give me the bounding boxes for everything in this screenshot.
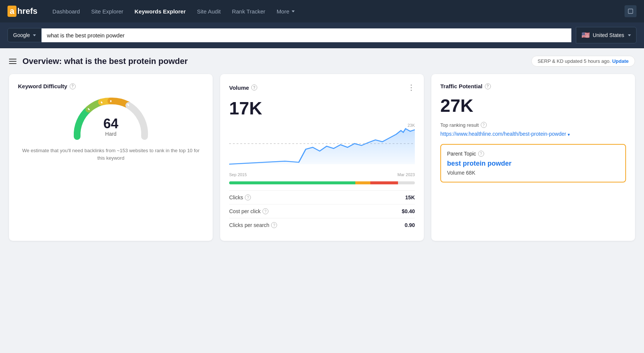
- update-link[interactable]: Update: [612, 58, 629, 64]
- engine-label: Google: [13, 32, 30, 38]
- gauge-wrap: 64 Hard: [18, 95, 204, 144]
- gauge-chart: 64 Hard: [70, 95, 152, 144]
- cps-label: Clicks per search: [229, 222, 269, 228]
- page-header: Overview: what is the best protein powde…: [9, 56, 635, 67]
- progress-green: [229, 181, 355, 184]
- country-selector[interactable]: 🇺🇸 United States: [576, 27, 637, 43]
- search-input[interactable]: [42, 28, 571, 42]
- svg-rect-0: [628, 9, 633, 13]
- parent-topic-box: Parent Topic ? best protein powder Volum…: [440, 144, 626, 182]
- nav-site-audit[interactable]: Site Audit: [197, 8, 221, 15]
- chart-date-start: Sep 2015: [229, 172, 247, 177]
- parent-topic-label: Parent Topic ?: [447, 151, 619, 157]
- logo[interactable]: a hrefs: [7, 6, 37, 17]
- chart-max-label: 23K: [407, 123, 415, 128]
- volume-card: Volume ? ⋮ 17K 23K: [220, 74, 424, 241]
- clicks-value: 15K: [405, 194, 415, 200]
- cps-value: 0.90: [405, 222, 415, 228]
- parent-topic-help-icon[interactable]: ?: [478, 151, 484, 157]
- cpc-label: Cost per click: [229, 208, 261, 214]
- search-engine-dropdown[interactable]: Google: [7, 28, 42, 42]
- update-text: SERP & KD updated 5 hours ago.: [538, 58, 611, 64]
- top-ranking-label: Top ranking result ?: [440, 122, 626, 128]
- traffic-label: Traffic Potential ?: [440, 83, 626, 89]
- parent-topic-volume: Volume 68K: [447, 170, 619, 176]
- kd-description: We estimate that you'll need backlinks f…: [18, 147, 204, 162]
- country-chevron-icon: [628, 34, 631, 36]
- logo-hrefs: hrefs: [17, 6, 37, 16]
- country-label: United States: [593, 32, 624, 38]
- chart-date-end: Mar 2023: [398, 172, 415, 177]
- search-bar: Google 🇺🇸 United States: [0, 22, 644, 48]
- chart-dates: Sep 2015 Mar 2023: [229, 172, 415, 177]
- volume-value: 17K: [229, 98, 415, 119]
- top-ranking-help-icon[interactable]: ?: [481, 122, 487, 128]
- nav-more[interactable]: More: [277, 8, 295, 15]
- logo-a: a: [7, 6, 16, 17]
- sidebar-toggle[interactable]: [9, 59, 16, 64]
- nav-search-icon[interactable]: [625, 5, 637, 17]
- more-chevron-icon: [292, 10, 295, 12]
- engine-chevron-icon: [33, 34, 36, 36]
- volume-chart-area: 23K: [229, 123, 415, 169]
- metric-clicks: Clicks ? 15K: [229, 190, 415, 204]
- volume-options-button[interactable]: ⋮: [407, 83, 415, 92]
- cards-grid: Keyword Difficulty ?: [9, 74, 635, 241]
- progress-red: [370, 181, 398, 184]
- kd-card: Keyword Difficulty ?: [9, 74, 213, 241]
- update-badge: SERP & KD updated 5 hours ago. Update: [531, 56, 635, 67]
- clicks-label: Clicks: [229, 194, 243, 200]
- nav-keywords-explorer[interactable]: Keywords Explorer: [134, 8, 186, 15]
- clicks-help-icon[interactable]: ?: [245, 194, 251, 200]
- metric-clicks-per-search: Clicks per search ? 0.90: [229, 218, 415, 232]
- metric-cpc: Cost per click ? $0.40: [229, 204, 415, 218]
- traffic-card: Traffic Potential ? 27K Top ranking resu…: [431, 74, 635, 241]
- nav-site-explorer[interactable]: Site Explorer: [91, 8, 123, 15]
- top-ranking-url[interactable]: https://www.healthline.com/health/best-p…: [440, 130, 626, 138]
- main-nav: a hrefs Dashboard Site Explorer Keywords…: [0, 0, 644, 22]
- cps-help-icon[interactable]: ?: [271, 222, 277, 228]
- page-title: Overview: what is the best protein powde…: [22, 56, 188, 66]
- kd-label: Keyword Difficulty ?: [18, 83, 204, 89]
- svg-text:Hard: Hard: [105, 131, 116, 137]
- content-area: Overview: what is the best protein powde…: [0, 48, 644, 248]
- clicks-progress-bar: [229, 181, 415, 184]
- country-flag: 🇺🇸: [581, 31, 590, 39]
- nav-rank-tracker[interactable]: Rank Tracker: [232, 8, 265, 15]
- cpc-help-icon[interactable]: ?: [262, 208, 268, 214]
- volume-help-icon[interactable]: ?: [251, 85, 257, 90]
- nav-dashboard[interactable]: Dashboard: [52, 8, 80, 15]
- cpc-value: $0.40: [402, 208, 415, 214]
- parent-topic-link[interactable]: best protein powder: [447, 160, 619, 168]
- svg-text:64: 64: [103, 116, 118, 131]
- traffic-help-icon[interactable]: ?: [485, 83, 491, 89]
- search-input-wrap: [42, 28, 571, 42]
- url-dropdown-icon: ▾: [568, 131, 570, 138]
- volume-chart: [229, 123, 415, 168]
- traffic-value: 27K: [440, 95, 626, 116]
- kd-help-icon[interactable]: ?: [70, 83, 76, 89]
- progress-yellow: [355, 181, 370, 184]
- volume-label: Volume ? ⋮: [229, 83, 415, 92]
